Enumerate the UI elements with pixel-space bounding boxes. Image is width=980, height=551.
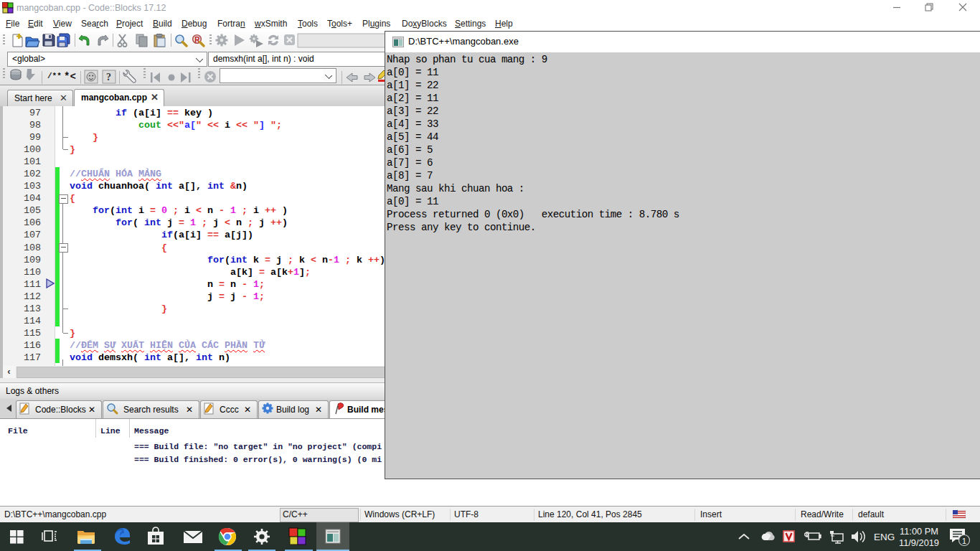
svg-text:11/9/2019: 11/9/2019 (899, 537, 939, 548)
svg-text:?: ? (106, 72, 111, 83)
svg-text:11:00 PM: 11:00 PM (900, 526, 938, 537)
svg-text:1: 1 (962, 537, 966, 545)
svg-text:*<: *< (64, 71, 76, 83)
svg-text:/**: /** (47, 72, 62, 80)
svg-text:ENG: ENG (874, 532, 895, 542)
